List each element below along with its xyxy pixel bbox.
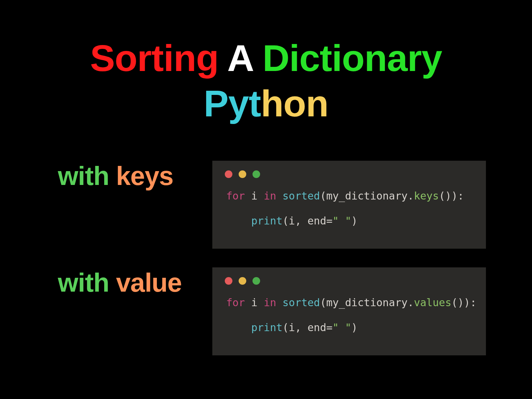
code-block-value: for i in sorted(my_dictionary.values()):… xyxy=(212,285,486,334)
fn-print-1: print xyxy=(251,215,282,227)
minimize-icon xyxy=(239,277,246,285)
minimize-icon xyxy=(239,170,246,178)
title-word-a: A xyxy=(227,37,252,79)
title-line-2: Python xyxy=(46,84,486,123)
slide-title: Sorting A Dictionary Python xyxy=(46,33,486,123)
zoom-icon xyxy=(252,277,260,285)
args-close-1: ) xyxy=(351,215,357,227)
kw-in-1: in xyxy=(264,190,276,202)
example-row-value: with value for i in sorted(my_dictionary… xyxy=(46,267,486,298)
fn-sorted-2: sorted xyxy=(283,296,320,309)
example-row-keys: with keys for i in sorted(my_dictionary.… xyxy=(46,161,486,191)
slide-canvas: Sorting A Dictionary Python with keys fo… xyxy=(46,33,486,363)
title-word-dictionary: Dictionary xyxy=(263,37,442,79)
window-controls-2 xyxy=(212,267,486,285)
close-icon xyxy=(225,170,232,178)
kw-in-2: in xyxy=(264,296,276,309)
title-line-1: Sorting A Dictionary xyxy=(46,38,486,78)
kw-for-1: for xyxy=(226,190,245,202)
title-python-part2: hon xyxy=(261,82,328,124)
close-2: ()): xyxy=(451,296,476,309)
code-window-value: for i in sorted(my_dictionary.values()):… xyxy=(212,267,486,355)
close-icon xyxy=(225,277,232,285)
label-keys: keys xyxy=(116,161,173,190)
label-with-2: with xyxy=(58,268,109,297)
args-open-2: (i, end= xyxy=(283,321,333,334)
row-label-keys: with keys xyxy=(46,161,205,191)
title-word-sorting: Sorting xyxy=(90,37,219,79)
var-i-2: i xyxy=(245,296,264,309)
sp-1 xyxy=(276,190,283,202)
indent-2 xyxy=(226,321,251,334)
indent-1 xyxy=(226,215,251,227)
attr-values: values xyxy=(414,296,451,309)
str-1: " " xyxy=(332,215,351,227)
code-block-keys: for i in sorted(my_dictionary.keys()): p… xyxy=(212,178,486,227)
open-1: (my_dictionary. xyxy=(320,190,414,202)
fn-print-2: print xyxy=(251,321,282,334)
label-with-1: with xyxy=(58,161,109,190)
sp-2 xyxy=(276,296,283,309)
args-close-2: ) xyxy=(351,321,357,334)
close-1: ()): xyxy=(439,190,464,202)
zoom-icon xyxy=(252,170,260,178)
row-label-value: with value xyxy=(46,267,205,298)
kw-for-2: for xyxy=(226,296,245,309)
window-controls-1 xyxy=(212,161,486,178)
var-i-1: i xyxy=(245,190,264,202)
open-2: (my_dictionary. xyxy=(320,296,414,309)
args-open-1: (i, end= xyxy=(283,215,333,227)
code-window-keys: for i in sorted(my_dictionary.keys()): p… xyxy=(212,161,486,249)
attr-keys: keys xyxy=(414,190,439,202)
title-python-part1: Pyt xyxy=(204,82,261,124)
str-2: " " xyxy=(332,321,351,334)
fn-sorted-1: sorted xyxy=(283,190,320,202)
label-value: value xyxy=(116,268,181,297)
